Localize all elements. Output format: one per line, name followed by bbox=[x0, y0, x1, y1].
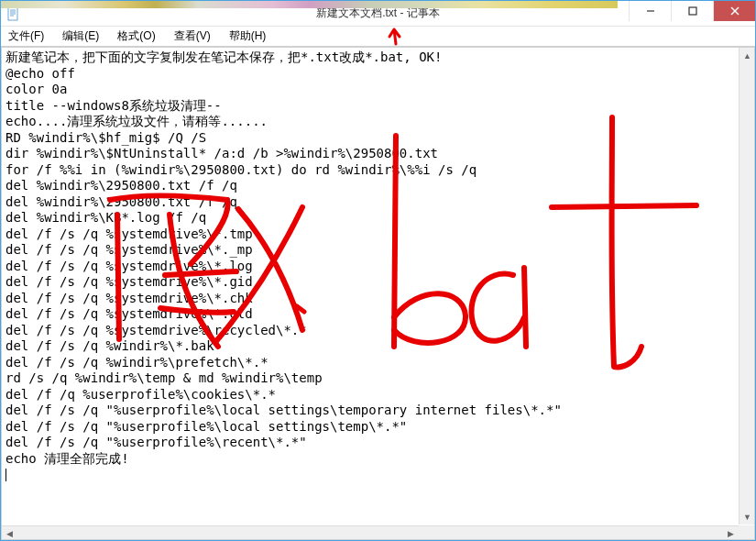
notepad-window: 新建文本文档.txt - 记事本 文件(F) 编辑(E) 格式(O) 查看(V)… bbox=[0, 0, 756, 541]
vertical-scrollbar[interactable]: ▲ ▼ bbox=[739, 48, 754, 524]
menu-file[interactable]: 文件(F) bbox=[5, 27, 48, 46]
window-controls bbox=[629, 1, 755, 21]
close-button[interactable] bbox=[713, 1, 755, 21]
scroll-left-icon[interactable]: ◀ bbox=[2, 526, 17, 540]
scrollbar-corner bbox=[739, 525, 754, 539]
scroll-down-icon[interactable]: ▼ bbox=[740, 509, 755, 524]
menu-edit[interactable]: 编辑(E) bbox=[59, 27, 103, 46]
horizontal-scrollbar[interactable]: ◀ ▶ bbox=[2, 525, 739, 539]
menu-help[interactable]: 帮助(H) bbox=[225, 27, 270, 46]
text-caret bbox=[5, 469, 6, 481]
menubar: 文件(F) 编辑(E) 格式(O) 查看(V) 帮助(H) bbox=[1, 27, 755, 47]
svg-rect-6 bbox=[689, 7, 696, 15]
scroll-h-track[interactable] bbox=[17, 526, 723, 539]
editor-area: 新建笔记本，把下面的文字复制发在笔记本保存，把*.txt改成*.bat, OK!… bbox=[1, 47, 755, 540]
scroll-up-icon[interactable]: ▲ bbox=[740, 48, 755, 63]
scroll-v-track[interactable] bbox=[740, 63, 754, 509]
menu-view[interactable]: 查看(V) bbox=[170, 27, 214, 46]
minimize-button[interactable] bbox=[629, 1, 671, 21]
text-editor[interactable]: 新建笔记本，把下面的文字复制发在笔记本保存，把*.txt改成*.bat, OK!… bbox=[2, 48, 738, 524]
decorative-top-strip bbox=[1, 1, 618, 8]
scroll-right-icon[interactable]: ▶ bbox=[723, 526, 739, 540]
editor-text: 新建笔记本，把下面的文字复制发在笔记本保存，把*.txt改成*.bat, OK!… bbox=[5, 50, 562, 466]
maximize-button[interactable] bbox=[671, 1, 713, 21]
menu-format[interactable]: 格式(O) bbox=[114, 27, 159, 46]
